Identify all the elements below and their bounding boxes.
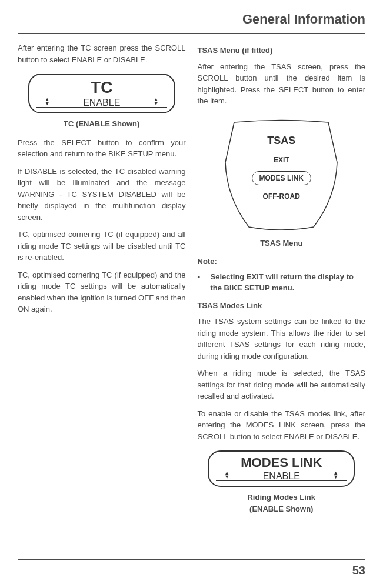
page-header-title: General Information	[18, 12, 365, 34]
page-number: 53	[352, 564, 365, 577]
note-bullet-text: Selecting EXIT will return the display t…	[211, 271, 366, 294]
left-p1: Press the SELECT button to confirm your …	[18, 137, 186, 160]
tc-display-big: TC	[29, 79, 174, 96]
right-p4: To enable or disable the TSAS modes link…	[198, 408, 366, 443]
right-column: TSAS Menu (if fitted) After entering the…	[198, 42, 366, 522]
tc-caption: TC (ENABLE Shown)	[18, 118, 186, 130]
modes-link-caption-a: Riding Modes Link	[198, 492, 366, 503]
modes-link-display-box: MODES LINK ▲▼ ENABLE ▲▼	[208, 450, 355, 487]
note-bullet: • Selecting EXIT will return the display…	[198, 271, 366, 294]
tsas-title: TSAS	[208, 133, 355, 149]
content-columns: After entering the TC screen press the S…	[18, 42, 365, 522]
tsas-menu-heading: TSAS Menu (if fitted)	[198, 45, 366, 56]
up-down-arrows-icon: ▲▼	[45, 98, 50, 105]
right-p3: When a riding mode is selected, the TSAS…	[198, 368, 366, 402]
up-down-arrows-icon: ▲▼	[154, 98, 159, 105]
modes-link-display-small: ENABLE	[263, 469, 300, 483]
note-heading: Note:	[198, 256, 366, 268]
right-p1: After entering the TSAS screen, press th…	[198, 61, 366, 107]
bullet-icon: •	[198, 271, 204, 294]
left-p2: If DISABLE is selected, the TC disabled …	[18, 166, 186, 223]
modes-link-display-big: MODES LINK	[209, 456, 354, 469]
modes-link-caption-b: (ENABLE Shown)	[198, 503, 366, 515]
left-intro: After entering the TC screen press the S…	[18, 42, 186, 65]
left-p3: TC, optimised cornering TC (if equipped)…	[18, 229, 186, 263]
tsas-modes-link-heading: TSAS Modes Link	[198, 300, 366, 312]
tsas-item-off-road: OFF-ROAD	[208, 191, 355, 202]
left-p4: TC, optimised cornering TC (if equipped)…	[18, 269, 186, 315]
right-p2: The TSAS system settings can be linked t…	[198, 316, 366, 362]
tsas-item-exit: EXIT	[208, 155, 355, 165]
up-down-arrows-icon: ▲▼	[224, 471, 229, 479]
left-column: After entering the TC screen press the S…	[18, 42, 186, 522]
tc-display-box: TC ▲▼ ENABLE ▲▼	[28, 74, 175, 113]
up-down-arrows-icon: ▲▼	[333, 471, 338, 479]
tsas-item-modes-link: MODES LINK	[252, 171, 311, 185]
tsas-diagram: TSAS EXIT MODES LINK OFF-ROAD	[208, 115, 355, 233]
tc-display-small: ENABLE	[83, 96, 120, 110]
tsas-caption: TSAS Menu	[198, 238, 366, 249]
footer-divider	[18, 559, 365, 560]
